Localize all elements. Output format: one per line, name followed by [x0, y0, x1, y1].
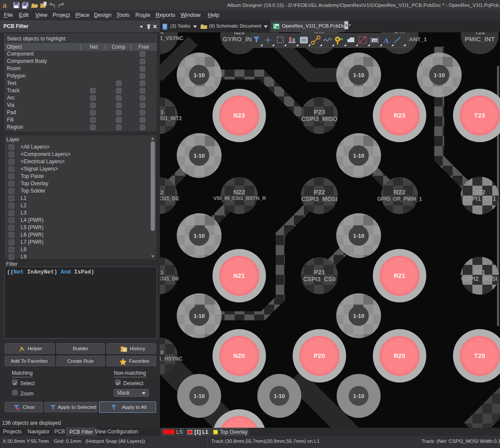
- svg-text:P23: P23: [314, 108, 325, 115]
- svg-text:VID_IN_CSI1_RSTN_R: VID_IN_CSI1_RSTN_R: [213, 196, 266, 201]
- svg-text:R23: R23: [394, 112, 405, 119]
- svg-text:1_HSYNC: 1_HSYNC: [160, 356, 183, 362]
- svg-text:GPIO_OR_PWM_1: GPIO_OR_PWM_1: [377, 196, 422, 202]
- svg-text:N23: N23: [233, 112, 245, 119]
- svg-text:T20: T20: [474, 352, 485, 359]
- svg-text:1-10: 1-10: [353, 72, 364, 78]
- svg-text:N21: N21: [233, 272, 245, 279]
- svg-text:0: 0: [160, 349, 163, 356]
- svg-text:PMIC_INT: PMIC_INT: [465, 35, 495, 43]
- svg-text:A: A: [384, 37, 389, 45]
- svg-text:T23: T23: [474, 112, 485, 119]
- svg-text:1-10: 1-10: [353, 152, 364, 159]
- svg-text:1-10: 1-10: [194, 152, 205, 159]
- svg-text:SI1_INT2: SI1_INT2: [160, 115, 182, 121]
- svg-text:CSI1_D0: CSI1_D0: [160, 276, 179, 282]
- svg-text:1-10: 1-10: [194, 313, 205, 319]
- svg-text:N22: N22: [233, 188, 245, 196]
- svg-text:ANT_1: ANT_1: [409, 36, 427, 43]
- svg-text:1-10: 1-10: [194, 393, 205, 399]
- svg-text:1-10: 1-10: [353, 233, 364, 239]
- svg-text:N20: N20: [233, 352, 245, 359]
- svg-text:1-10: 1-10: [274, 393, 285, 399]
- svg-text:CSPI2_MOSI: CSPI2_MOSI: [461, 275, 497, 282]
- svg-text:4: 4: [160, 32, 164, 35]
- svg-text:T21: T21: [474, 268, 485, 276]
- svg-text:1_VSYNC: 1_VSYNC: [160, 35, 184, 41]
- svg-text:1-10: 1-10: [353, 393, 364, 399]
- svg-text:3: 3: [160, 109, 163, 115]
- svg-text:GYRO_INT: GYRO_INT: [223, 35, 256, 43]
- svg-text:CSI1_DE: CSI1_DE: [160, 196, 179, 202]
- svg-text:P22: P22: [314, 188, 325, 196]
- svg-text:CSPI3_MISO: CSPI3_MISO: [301, 115, 338, 122]
- svg-text:CSPI1_CS1: CSPI1_CS1: [463, 195, 496, 202]
- svg-text:10: 10: [373, 39, 377, 43]
- svg-text:2: 2: [160, 189, 163, 196]
- svg-text:CSPI3_MOSI: CSPI3_MOSI: [301, 196, 338, 202]
- svg-text:1: 1: [160, 269, 163, 276]
- svg-text:1-10: 1-10: [353, 313, 364, 319]
- svg-text:1-10: 1-10: [194, 233, 205, 239]
- svg-text:R22: R22: [394, 188, 406, 196]
- svg-text:T22: T22: [474, 188, 485, 196]
- svg-text:1-10: 1-10: [194, 72, 205, 78]
- svg-text:R21: R21: [394, 272, 405, 279]
- svg-text:P20: P20: [314, 352, 325, 359]
- svg-text:R20: R20: [394, 352, 405, 359]
- svg-text:CSPI3_CS0: CSPI3_CS0: [303, 276, 336, 283]
- svg-text:1-10: 1-10: [434, 72, 445, 78]
- svg-text:a: a: [3, 1, 7, 9]
- svg-text:P21: P21: [314, 268, 325, 276]
